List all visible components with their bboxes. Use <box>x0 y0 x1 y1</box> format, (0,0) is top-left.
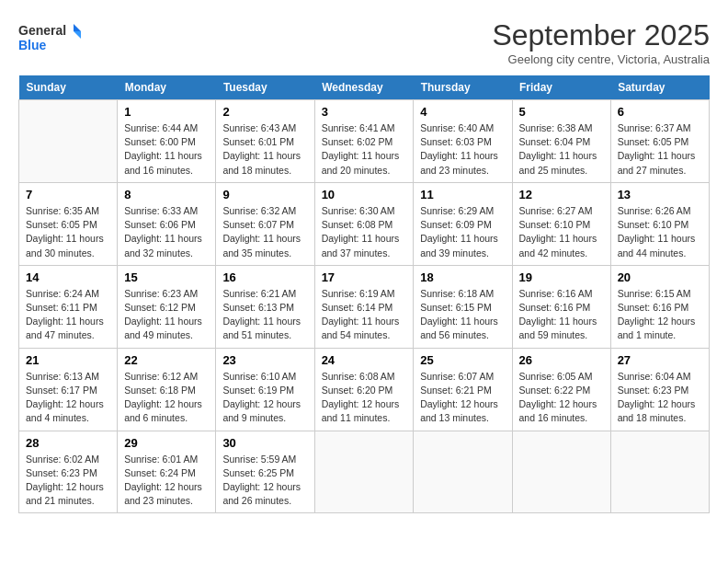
calendar-week-3: 14Sunrise: 6:24 AMSunset: 6:11 PMDayligh… <box>19 265 710 348</box>
calendar-week-5: 28Sunrise: 6:02 AMSunset: 6:23 PMDayligh… <box>19 431 710 513</box>
calendar-cell: 22Sunrise: 6:12 AMSunset: 6:18 PMDayligh… <box>118 348 216 431</box>
day-detail: Sunrise: 6:04 AMSunset: 6:23 PMDaylight:… <box>618 370 702 426</box>
day-detail: Sunrise: 6:44 AMSunset: 6:00 PMDaylight:… <box>124 121 209 178</box>
header-tuesday: Tuesday <box>216 75 314 100</box>
day-number: 22 <box>124 353 209 367</box>
calendar-cell: 10Sunrise: 6:30 AMSunset: 6:08 PMDayligh… <box>314 182 414 265</box>
day-number: 16 <box>222 270 307 284</box>
calendar-cell: 18Sunrise: 6:18 AMSunset: 6:15 PMDayligh… <box>414 265 512 348</box>
day-detail: Sunrise: 6:37 AMSunset: 6:05 PMDaylight:… <box>618 121 702 178</box>
calendar-cell: 25Sunrise: 6:07 AMSunset: 6:21 PMDayligh… <box>414 348 512 431</box>
day-number: 26 <box>519 353 604 367</box>
calendar-cell: 23Sunrise: 6:10 AMSunset: 6:19 PMDayligh… <box>216 348 314 431</box>
day-detail: Sunrise: 6:07 AMSunset: 6:21 PMDaylight:… <box>420 370 505 426</box>
day-number: 23 <box>222 353 307 367</box>
location-subtitle: Geelong city centre, Victoria, Australia <box>492 52 710 66</box>
day-detail: Sunrise: 6:08 AMSunset: 6:20 PMDaylight:… <box>322 370 407 426</box>
day-detail: Sunrise: 6:33 AMSunset: 6:06 PMDaylight:… <box>124 204 209 260</box>
header-saturday: Saturday <box>610 75 709 100</box>
day-number: 10 <box>322 188 407 201</box>
svg-marker-3 <box>74 31 81 39</box>
day-detail: Sunrise: 6:24 AMSunset: 6:11 PMDaylight:… <box>26 287 110 343</box>
day-number: 29 <box>124 436 209 450</box>
calendar-cell: 26Sunrise: 6:05 AMSunset: 6:22 PMDayligh… <box>512 348 610 431</box>
day-number: 21 <box>26 353 110 367</box>
header-sunday: Sunday <box>19 75 118 100</box>
calendar-cell: 17Sunrise: 6:19 AMSunset: 6:14 PMDayligh… <box>314 265 414 348</box>
day-number: 3 <box>322 105 407 119</box>
day-detail: Sunrise: 6:27 AMSunset: 6:10 PMDaylight:… <box>519 204 604 260</box>
month-title: September 2025 <box>492 18 710 52</box>
calendar-cell: 15Sunrise: 6:23 AMSunset: 6:12 PMDayligh… <box>118 265 216 348</box>
calendar-cell <box>512 431 610 513</box>
day-detail: Sunrise: 6:21 AMSunset: 6:13 PMDaylight:… <box>222 287 307 343</box>
page-header: General Blue September 2025 Geelong city… <box>18 18 710 66</box>
day-detail: Sunrise: 6:05 AMSunset: 6:22 PMDaylight:… <box>519 370 604 426</box>
day-detail: Sunrise: 6:29 AMSunset: 6:09 PMDaylight:… <box>420 204 505 260</box>
day-detail: Sunrise: 6:18 AMSunset: 6:15 PMDaylight:… <box>420 287 505 343</box>
calendar-cell: 4Sunrise: 6:40 AMSunset: 6:03 PMDaylight… <box>414 100 512 183</box>
calendar-cell: 24Sunrise: 6:08 AMSunset: 6:20 PMDayligh… <box>314 348 414 431</box>
calendar-cell: 2Sunrise: 6:43 AMSunset: 6:01 PMDaylight… <box>216 100 314 183</box>
calendar-cell: 19Sunrise: 6:16 AMSunset: 6:16 PMDayligh… <box>512 265 610 348</box>
calendar-cell: 29Sunrise: 6:01 AMSunset: 6:24 PMDayligh… <box>118 431 216 513</box>
day-number: 7 <box>26 188 110 201</box>
day-detail: Sunrise: 6:23 AMSunset: 6:12 PMDaylight:… <box>124 287 209 343</box>
calendar-cell <box>610 431 709 513</box>
day-number: 27 <box>618 353 702 367</box>
calendar-cell: 20Sunrise: 6:15 AMSunset: 6:16 PMDayligh… <box>610 265 709 348</box>
calendar-cell: 8Sunrise: 6:33 AMSunset: 6:06 PMDaylight… <box>118 182 216 265</box>
calendar-cell: 7Sunrise: 6:35 AMSunset: 6:05 PMDaylight… <box>19 182 118 265</box>
day-number: 11 <box>420 188 505 201</box>
day-detail: Sunrise: 6:26 AMSunset: 6:10 PMDaylight:… <box>618 204 702 260</box>
day-detail: Sunrise: 6:12 AMSunset: 6:18 PMDaylight:… <box>124 370 209 426</box>
logo-icon: General Blue <box>18 18 83 59</box>
header-wednesday: Wednesday <box>314 75 414 100</box>
calendar-cell: 21Sunrise: 6:13 AMSunset: 6:17 PMDayligh… <box>19 348 118 431</box>
calendar-cell <box>19 100 118 183</box>
day-number: 4 <box>420 105 505 119</box>
calendar-cell: 14Sunrise: 6:24 AMSunset: 6:11 PMDayligh… <box>19 265 118 348</box>
day-number: 15 <box>124 270 209 284</box>
day-detail: Sunrise: 6:15 AMSunset: 6:16 PMDaylight:… <box>618 287 702 343</box>
day-number: 24 <box>322 353 407 367</box>
calendar-week-2: 7Sunrise: 6:35 AMSunset: 6:05 PMDaylight… <box>19 182 710 265</box>
svg-marker-2 <box>74 24 81 31</box>
day-number: 6 <box>618 105 702 119</box>
calendar-cell: 27Sunrise: 6:04 AMSunset: 6:23 PMDayligh… <box>610 348 709 431</box>
calendar-cell: 3Sunrise: 6:41 AMSunset: 6:02 PMDaylight… <box>314 100 414 183</box>
day-detail: Sunrise: 6:01 AMSunset: 6:24 PMDaylight:… <box>124 453 209 509</box>
calendar-cell: 11Sunrise: 6:29 AMSunset: 6:09 PMDayligh… <box>414 182 512 265</box>
day-detail: Sunrise: 6:38 AMSunset: 6:04 PMDaylight:… <box>519 121 604 178</box>
day-number: 28 <box>26 436 110 450</box>
day-number: 13 <box>618 188 702 201</box>
day-number: 17 <box>322 270 407 284</box>
day-number: 1 <box>124 105 209 119</box>
day-detail: Sunrise: 6:35 AMSunset: 6:05 PMDaylight:… <box>26 204 110 260</box>
day-detail: Sunrise: 6:02 AMSunset: 6:23 PMDaylight:… <box>26 453 110 509</box>
header-thursday: Thursday <box>414 75 512 100</box>
calendar-cell: 16Sunrise: 6:21 AMSunset: 6:13 PMDayligh… <box>216 265 314 348</box>
calendar-cell: 1Sunrise: 6:44 AMSunset: 6:00 PMDaylight… <box>118 100 216 183</box>
logo: General Blue <box>18 18 83 59</box>
calendar-week-4: 21Sunrise: 6:13 AMSunset: 6:17 PMDayligh… <box>19 348 710 431</box>
day-number: 19 <box>519 270 604 284</box>
calendar-cell: 12Sunrise: 6:27 AMSunset: 6:10 PMDayligh… <box>512 182 610 265</box>
day-detail: Sunrise: 6:41 AMSunset: 6:02 PMDaylight:… <box>322 121 407 178</box>
day-number: 20 <box>618 270 702 284</box>
day-number: 5 <box>519 105 604 119</box>
header-friday: Friday <box>512 75 610 100</box>
calendar-cell: 30Sunrise: 5:59 AMSunset: 6:25 PMDayligh… <box>216 431 314 513</box>
day-number: 18 <box>420 270 505 284</box>
day-detail: Sunrise: 6:13 AMSunset: 6:17 PMDaylight:… <box>26 370 110 426</box>
day-detail: Sunrise: 6:32 AMSunset: 6:07 PMDaylight:… <box>222 204 307 260</box>
header-monday: Monday <box>118 75 216 100</box>
day-detail: Sunrise: 6:30 AMSunset: 6:08 PMDaylight:… <box>322 204 407 260</box>
day-number: 25 <box>420 353 505 367</box>
calendar-header: SundayMondayTuesdayWednesdayThursdayFrid… <box>19 75 710 100</box>
svg-text:Blue: Blue <box>18 38 47 52</box>
svg-text:General: General <box>18 23 66 38</box>
day-detail: Sunrise: 5:59 AMSunset: 6:25 PMDaylight:… <box>222 453 307 509</box>
calendar-cell: 9Sunrise: 6:32 AMSunset: 6:07 PMDaylight… <box>216 182 314 265</box>
calendar-cell: 28Sunrise: 6:02 AMSunset: 6:23 PMDayligh… <box>19 431 118 513</box>
